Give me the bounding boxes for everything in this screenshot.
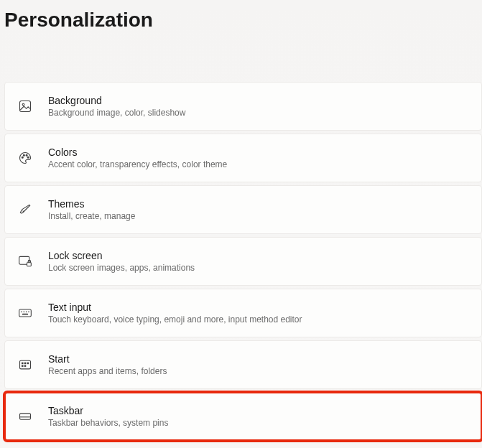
setting-subtitle: Background image, color, slideshow: [48, 108, 185, 118]
page-title: Personalization: [0, 0, 482, 32]
svg-point-4: [26, 154, 27, 156]
setting-title: Text input: [48, 302, 302, 313]
setting-item-lockscreen[interactable]: Lock screen Lock screen images, apps, an…: [4, 237, 482, 286]
svg-rect-18: [22, 365, 24, 367]
svg-rect-0: [20, 101, 31, 112]
brush-icon: [17, 201, 34, 218]
setting-subtitle: Install, create, manage: [48, 211, 135, 221]
setting-subtitle: Touch keyboard, voice typing, emoji and …: [48, 314, 302, 325]
svg-point-3: [23, 154, 24, 156]
monitor-lock-icon: [17, 253, 34, 270]
setting-text: Start Recent apps and items, folders: [48, 353, 167, 376]
palette-icon: [17, 149, 34, 167]
svg-point-1: [22, 103, 24, 106]
setting-text: Lock screen Lock screen images, apps, an…: [48, 250, 195, 273]
image-icon: [17, 98, 34, 115]
svg-rect-14: [20, 360, 31, 369]
setting-item-start[interactable]: Start Recent apps and items, folders: [4, 340, 482, 389]
svg-rect-7: [27, 263, 32, 266]
setting-text: Themes Install, create, manage: [48, 198, 135, 221]
svg-rect-20: [20, 414, 31, 419]
setting-item-textinput[interactable]: Text input Touch keyboard, voice typing,…: [4, 289, 482, 337]
svg-rect-16: [24, 363, 27, 365]
setting-title: Colors: [48, 146, 227, 158]
svg-point-5: [27, 157, 29, 158]
settings-list: Background Background image, color, slid…: [0, 82, 482, 441]
setting-title: Taskbar: [48, 405, 168, 416]
setting-text: Colors Accent color, transparency effect…: [48, 146, 227, 169]
svg-rect-8: [19, 309, 32, 317]
svg-point-2: [22, 157, 23, 158]
setting-text: Text input Touch keyboard, voice typing,…: [48, 302, 302, 325]
setting-title: Themes: [48, 198, 135, 210]
setting-item-background[interactable]: Background Background image, color, slid…: [4, 82, 482, 131]
setting-subtitle: Lock screen images, apps, animations: [48, 263, 195, 273]
setting-subtitle: Accent color, transparency effects, colo…: [48, 159, 227, 169]
setting-subtitle: Taskbar behaviors, system pins: [48, 418, 168, 428]
svg-rect-17: [27, 363, 29, 365]
setting-item-colors[interactable]: Colors Accent color, transparency effect…: [4, 134, 482, 182]
setting-title: Start: [48, 353, 167, 365]
setting-subtitle: Recent apps and items, folders: [48, 366, 167, 376]
keyboard-icon: [17, 304, 34, 322]
setting-item-themes[interactable]: Themes Install, create, manage: [4, 185, 482, 234]
setting-text: Taskbar Taskbar behaviors, system pins: [48, 405, 168, 428]
svg-rect-15: [22, 363, 24, 365]
svg-rect-19: [24, 365, 27, 367]
setting-item-taskbar[interactable]: Taskbar Taskbar behaviors, system pins: [4, 392, 482, 441]
taskbar-icon: [17, 408, 34, 425]
start-grid-icon: [17, 356, 34, 373]
setting-title: Background: [48, 95, 185, 106]
setting-title: Lock screen: [48, 250, 195, 261]
setting-text: Background Background image, color, slid…: [48, 95, 185, 118]
